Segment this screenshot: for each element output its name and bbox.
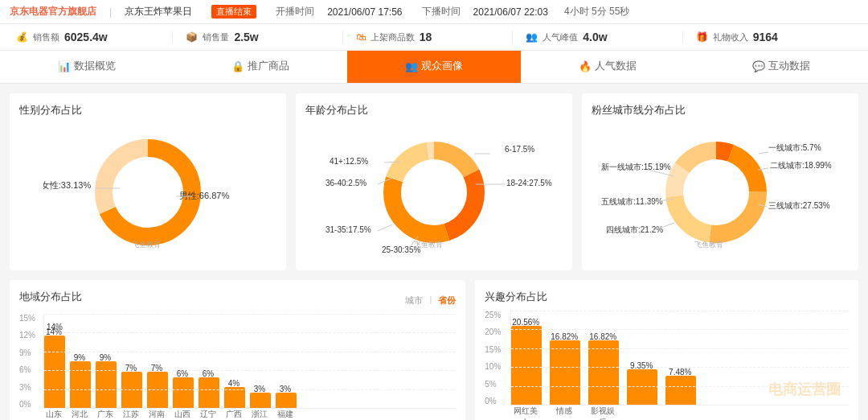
interaction-icon: 💬 [752, 60, 765, 72]
xlabel-hebei: 河北 [69, 409, 90, 420]
stat-peak: 👥 人气峰值 4.0w [513, 31, 682, 43]
tab-overview[interactable]: 📊 数据概览 [0, 51, 174, 83]
xlabel-guangxi: 广西 [223, 409, 244, 420]
xlabel-shanxi: 山西 [172, 409, 193, 420]
stat-products: 🛍 上架商品数 18 [343, 31, 513, 43]
gender-chart-card: 性别分布占比 女性:33.13% 男性:66.87% 飞鱼教育 [10, 93, 286, 270]
stat-gift: 🎁 礼物收入 9164 [683, 31, 852, 43]
svg-point-34 [691, 167, 741, 217]
tab-products[interactable]: 🔒 推广商品 [174, 51, 347, 83]
sales-icon: 💰 [16, 31, 28, 43]
tab-overview-label: 数据概览 [74, 59, 116, 73]
open-time-value: 2021/06/07 17:56 [327, 6, 402, 18]
popularity-icon: 🔥 [579, 60, 592, 72]
bar-guangdong [96, 361, 117, 408]
city-chart-wrap: 一线城市:5.7% 二线城市:18.99% 三线城市:27.53% 四线城市:2… [592, 124, 849, 261]
xlabel-jiangsu: 江苏 [121, 409, 141, 420]
region-chart-header: 地域分布占比 城市 | 省份 [19, 290, 456, 311]
y-label-3: 9% [19, 348, 42, 357]
svg-text:男性:66.87%: 男性:66.87% [179, 191, 230, 200]
svg-text:飞鱼教育: 飞鱼教育 [694, 241, 723, 249]
svg-text:6-17.5%: 6-17.5% [505, 145, 534, 154]
bar-entertainment [588, 340, 619, 405]
svg-text:飞鱼教育: 飞鱼教育 [414, 241, 443, 249]
svg-text:新一线城市:15.19%: 新一线城市:15.19% [601, 163, 671, 171]
sales-label: 销售额 [33, 31, 59, 43]
brand-name: 京东电器官方旗舰店 [10, 5, 96, 19]
interest-y0: 0% [485, 397, 509, 406]
main-content: 性别分布占比 女性:33.13% 男性:66.87% 飞鱼教育 [0, 84, 868, 420]
interest-y3: 15% [485, 345, 509, 354]
age-chart-title: 年龄分布占比 [305, 103, 563, 117]
y-label-4: 12% [19, 331, 42, 340]
svg-line-22 [378, 224, 392, 231]
tab-audience[interactable]: 👥 观众画像 [347, 51, 521, 83]
xlabel-henan: 河南 [146, 409, 167, 420]
bar-interest4 [627, 369, 657, 405]
svg-text:女性:33.13%: 女性:33.13% [43, 180, 91, 190]
xlabel-liaoning: 辽宁 [198, 409, 219, 420]
city-chart-title: 粉丝城市线分布占比 [592, 103, 849, 117]
interest-y5: 25% [485, 311, 509, 319]
filter-sep: | [429, 294, 432, 307]
close-time-label: 下播时间 [422, 5, 461, 19]
peak-label: 人气峰值 [542, 31, 578, 43]
xlabel-emotion: 情感 [549, 406, 579, 420]
gender-chart-title: 性别分布占比 [19, 103, 276, 117]
age-chart-wrap: 6-17.5% 18-24:27.5% 25-30:35% 31-35:17.5… [305, 124, 563, 261]
interest-y1: 5% [485, 380, 509, 389]
bar-hebei [70, 361, 91, 408]
interest-y2: 10% [485, 362, 509, 371]
y-label-0: 0% [19, 400, 42, 409]
duration-value: 4小时 5分 55秒 [564, 5, 629, 19]
region-bar-chart-container: 15% 12% 9% 6% 3% 0% 14% [19, 314, 456, 420]
svg-text:二线城市:18.99%: 二线城市:18.99% [770, 161, 832, 170]
svg-text:18-24:27.5%: 18-24:27.5% [506, 179, 552, 187]
tab-products-label: 推广商品 [248, 59, 289, 73]
svg-text:飞鱼教育: 飞鱼教育 [132, 241, 161, 249]
gender-chart-wrap: 女性:33.13% 男性:66.87% 飞鱼教育 [19, 124, 276, 261]
sales-count-icon: 📦 [186, 31, 198, 43]
region-chart-card: 地域分布占比 城市 | 省份 15% 12% 9% 6% 3% 0% [10, 280, 465, 420]
interest-chart-title: 兴趣分布占比 [485, 290, 849, 304]
xlabel-shandong: 山东 [43, 409, 64, 420]
products-tab-icon: 🔒 [231, 60, 244, 72]
city-donut-svg: 一线城市:5.7% 二线城市:18.99% 三线城市:27.53% 四线城市:2… [592, 128, 849, 257]
svg-point-14 [409, 167, 459, 217]
bar-guangxi [224, 387, 245, 408]
tab-interaction[interactable]: 💬 互动数据 [694, 51, 868, 83]
overview-icon: 📊 [58, 60, 71, 72]
xlabel-influencer: 网红美女 [510, 406, 541, 420]
svg-point-2 [121, 165, 175, 220]
open-time-label: 开播时间 [276, 5, 314, 19]
gift-value: 9164 [753, 31, 778, 43]
top-bar: 京东电器官方旗舰店 | 京东王炸苹果日 直播结束 开播时间 2021/06/07… [0, 0, 868, 24]
region-y-axis: 15% 12% 9% 6% 3% 0% [19, 314, 42, 409]
xlabel-i4 [626, 406, 657, 420]
top-charts-row: 性别分布占比 女性:33.13% 男性:66.87% 飞鱼教育 [10, 93, 858, 270]
peak-value: 4.0w [583, 31, 607, 43]
region-filter[interactable]: 城市 | 省份 [405, 294, 456, 307]
products-label: 上架商品数 [371, 31, 415, 43]
peak-icon: 👥 [526, 31, 538, 43]
tab-audience-label: 观众画像 [421, 59, 463, 73]
bottom-charts-row: 地域分布占比 城市 | 省份 15% 12% 9% 6% 3% 0% [10, 280, 858, 420]
xlabel-guangdong: 广东 [95, 409, 116, 420]
y-label-2: 6% [19, 365, 42, 374]
tab-popularity-label: 人气数据 [595, 59, 637, 73]
filter-province[interactable]: 省份 [438, 294, 456, 307]
interest-bar-chart-container: 25% 20% 15% 10% 5% 0% [485, 311, 849, 420]
tab-popularity[interactable]: 🔥 人气数据 [521, 51, 694, 83]
svg-line-36 [759, 152, 768, 154]
sales-value: 6025.4w [64, 31, 108, 43]
city-chart-card: 粉丝城市线分布占比 一线城市:5.7% [582, 93, 858, 270]
filter-city[interactable]: 城市 [405, 294, 423, 307]
products-icon: 🛍 [356, 31, 366, 43]
stats-row: 💰 销售额 6025.4w 📦 销售量 2.5w 🛍 上架商品数 18 👥 人气… [0, 24, 868, 51]
live-status: 直播结束 [211, 5, 256, 19]
interest-y-axis: 25% 20% 15% 10% 5% 0% [485, 311, 509, 406]
xlabel-zhejiang: 浙江 [249, 409, 270, 420]
separator: | [109, 6, 112, 18]
close-time-value: 2021/06/07 22:03 [473, 6, 548, 18]
region-bars: 14% [43, 314, 456, 409]
